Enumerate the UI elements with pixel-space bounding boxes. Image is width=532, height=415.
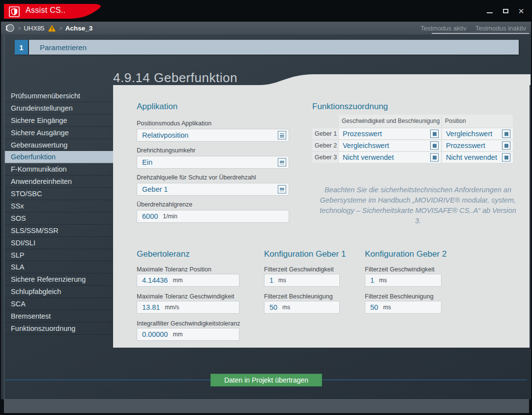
input-max-toleranz-geschwindigkeit[interactable]: 13.81 mm/s bbox=[137, 301, 239, 314]
maximize-icon bbox=[503, 9, 508, 13]
field-label: Überdrehzahlgrenze bbox=[137, 201, 192, 208]
input-unit: ms bbox=[383, 304, 391, 311]
sidebar-item-schlupfabgleich[interactable]: Schlupfabgleich bbox=[5, 286, 115, 298]
section-title-funktionszuordnung: Funktionszuordnung bbox=[312, 102, 388, 112]
maximize-button[interactable] bbox=[502, 7, 509, 15]
select-geber1-position[interactable]: Vergleichswert bbox=[442, 128, 513, 139]
select-value: Nicht verwendet bbox=[446, 153, 497, 161]
breadcrumb: > UHX85 > Achse_3 Testmodus aktiv Testmo… bbox=[1, 22, 531, 34]
input-value: 50 bbox=[370, 303, 378, 311]
select-geber2-position[interactable]: Prozesswert bbox=[442, 140, 513, 151]
app-title: Assist CS.. bbox=[26, 6, 66, 15]
input-integralfilter[interactable]: 0.00000 mm bbox=[137, 328, 239, 341]
step-parametrieren[interactable]: Parametrieren bbox=[29, 40, 519, 55]
sidebar-item-geberfunktion[interactable]: Geberfunktion bbox=[5, 151, 115, 163]
sidebar-item-sos[interactable]: SOS bbox=[5, 212, 115, 225]
list-dropdown-icon bbox=[278, 185, 286, 194]
step-number-badge: 1 bbox=[15, 40, 28, 55]
safety-note: Beachten Sie die sicherheitstechnischen … bbox=[317, 185, 519, 226]
sidebar-item-sls-ssm-ssr[interactable]: SLS/SSM/SSR bbox=[5, 225, 115, 237]
field-label: Integralfilter Geschwindigkeitstoleranz bbox=[137, 320, 240, 327]
status-footer-bar bbox=[4, 399, 529, 413]
input-geber2-filterzeit-geschwindigkeit[interactable]: 1 ms bbox=[365, 274, 442, 287]
select-drehzahlquelle[interactable]: Geber 1 bbox=[137, 183, 289, 196]
select-geber2-speed[interactable]: Vergleichswert bbox=[339, 140, 441, 151]
breadcrumb-node[interactable]: UHX85 bbox=[24, 25, 44, 32]
table-header-position: Position bbox=[442, 115, 513, 127]
field-label: Filterzeit Geschwindigkeit bbox=[264, 266, 334, 273]
select-value: Prozesswert bbox=[446, 142, 485, 149]
select-value: Vergleichswert bbox=[446, 130, 492, 138]
sidebar-item-ssx[interactable]: SSx bbox=[5, 200, 115, 212]
input-unit: mm/s bbox=[165, 304, 179, 311]
funktionszuordnung-table: Geschwindigkeit und Beschleunigung Posit… bbox=[312, 115, 513, 163]
sidebar-item-pruefsummenuebersicht[interactable]: Prüfsummenübersicht bbox=[5, 90, 115, 102]
list-dropdown-icon bbox=[278, 131, 286, 140]
select-geber1-speed[interactable]: Prozesswert bbox=[339, 128, 441, 139]
field-label: Filterzeit Beschleunigung bbox=[365, 293, 434, 300]
input-unit: ms bbox=[282, 304, 290, 311]
globe-icon[interactable] bbox=[6, 24, 15, 32]
sidebar-item-f-kommunikation[interactable]: F-Kommunikation bbox=[5, 163, 115, 176]
sidebar-item-anwendereinheiten[interactable]: Anwendereinheiten bbox=[5, 176, 115, 188]
input-geber2-filterzeit-beschleunigung[interactable]: 50 ms bbox=[365, 301, 442, 314]
input-ueberdrehzahlgrenze[interactable]: 6000 1/min bbox=[137, 210, 289, 223]
input-value: 13.81 bbox=[142, 303, 160, 311]
sidebar-item-sichere-referenzierung[interactable]: Sichere Referenzierung bbox=[5, 273, 115, 286]
sidebar-item-grundeinstellungen[interactable]: Grundeinstellungen bbox=[5, 102, 115, 115]
close-button[interactable]: ✕ bbox=[517, 7, 525, 15]
select-value: Relativposition bbox=[142, 131, 188, 139]
sidebar-nav: Prüfsummenübersicht Grundeinstellungen S… bbox=[5, 90, 115, 335]
input-max-toleranz-position[interactable]: 4.14436 mm bbox=[137, 274, 239, 287]
breadcrumb-axis[interactable]: Achse_3 bbox=[65, 25, 93, 32]
chevron-icon: > bbox=[59, 25, 62, 31]
list-dropdown-icon bbox=[430, 142, 439, 150]
close-icon: ✕ bbox=[518, 7, 525, 15]
sidebar-item-sto-sbc[interactable]: STO/SBC bbox=[5, 188, 115, 200]
select-geber3-speed[interactable]: Nicht verwendet bbox=[339, 152, 441, 163]
sidebar-item-funktionszuordnung[interactable]: Funktionszuordnung bbox=[5, 323, 115, 335]
section-title-konfig-geber2: Konfiguration Geber 2 bbox=[365, 249, 446, 259]
select-geber3-position[interactable]: Nicht verwendet bbox=[442, 152, 513, 163]
select-drehrichtungsumkehr[interactable]: Ein bbox=[137, 156, 289, 169]
section-title-konfig-geber1: Konfiguration Geber 1 bbox=[264, 249, 346, 259]
field-label: Positionsmodus Applikation bbox=[137, 120, 211, 127]
minimize-button[interactable] bbox=[486, 7, 494, 15]
main-area: 1 Parametrieren Prüfsummenübersicht Grun… bbox=[1, 34, 531, 399]
input-unit: mm bbox=[173, 277, 182, 284]
sew-shield-icon bbox=[9, 6, 20, 17]
sidebar-item-sla[interactable]: SLA bbox=[5, 261, 115, 273]
input-value: 1 bbox=[269, 276, 273, 284]
input-value: 50 bbox=[269, 303, 277, 311]
field-label: Drehzahlquelle für Schutz vor Überdrehza… bbox=[137, 174, 256, 181]
sidebar-item-sichere-ausgaenge[interactable]: Sichere Ausgänge bbox=[5, 127, 115, 139]
row-label-geber3: Geber 3 bbox=[312, 152, 338, 163]
testmodus-inaktiv-tab[interactable]: Testmodus inaktiv bbox=[475, 25, 526, 32]
panel-curve-cap bbox=[260, 74, 531, 85]
transfer-to-project-button[interactable]: Daten in Projekt übertragen bbox=[210, 374, 322, 386]
row-label-geber2: Geber 2 bbox=[312, 140, 338, 151]
select-value: Prozesswert bbox=[343, 130, 382, 138]
input-geber1-filterzeit-geschwindigkeit[interactable]: 1 ms bbox=[264, 274, 340, 287]
minimize-icon bbox=[487, 12, 493, 13]
sidebar-item-sichere-eingaenge[interactable]: Sichere Eingänge bbox=[5, 115, 115, 127]
select-positionsmodus[interactable]: Relativposition bbox=[137, 129, 289, 142]
list-dropdown-icon bbox=[430, 130, 439, 138]
select-value: Ein bbox=[142, 158, 152, 166]
list-dropdown-icon bbox=[502, 130, 510, 138]
input-geber1-filterzeit-beschleunigung[interactable]: 50 ms bbox=[264, 301, 340, 314]
left-divider bbox=[4, 34, 4, 399]
sidebar-item-slp[interactable]: SLP bbox=[5, 249, 115, 262]
input-value: 4.14436 bbox=[142, 276, 168, 284]
select-value: Vergleichswert bbox=[343, 142, 389, 149]
sidebar-item-geberauswertung[interactable]: Geberauswertung bbox=[5, 139, 115, 151]
testmodus-aktiv-tab[interactable]: Testmodus aktiv bbox=[420, 25, 466, 32]
input-value: 1 bbox=[370, 276, 374, 284]
sidebar-item-sdi-sli[interactable]: SDI/SLI bbox=[5, 237, 115, 249]
testmodus-underline bbox=[432, 33, 529, 34]
sidebar-item-sca[interactable]: SCA bbox=[5, 298, 115, 310]
select-value: Nicht verwendet bbox=[343, 153, 394, 161]
sidebar-item-bremsentest[interactable]: Bremsentest bbox=[5, 310, 115, 323]
input-unit: ms bbox=[278, 277, 286, 284]
table-header-speed: Geschwindigkeit und Beschleunigung bbox=[339, 115, 441, 127]
